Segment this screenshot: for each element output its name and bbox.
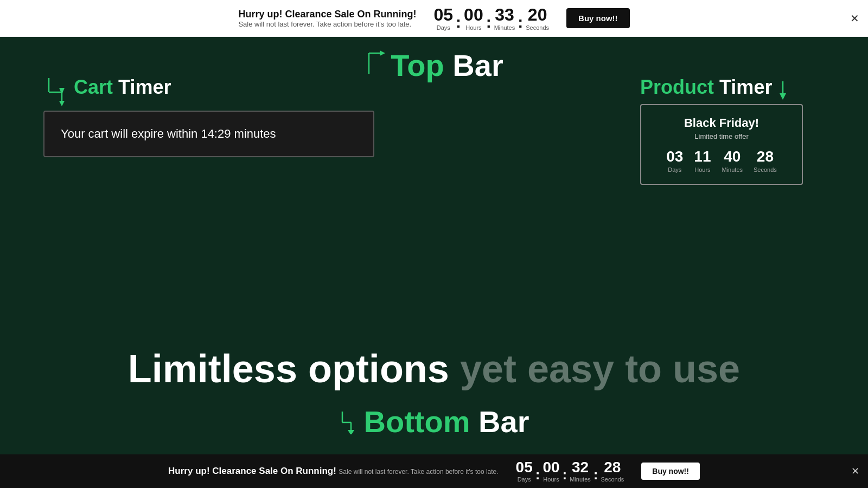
bottom-bar-seconds-label: Seconds (601, 476, 624, 483)
top-bar-seconds-label: Seconds (526, 24, 549, 31)
top-bar-subtitle: Sale will not last forever. Take action … (238, 20, 416, 28)
bottom-bar-hours-unit: 00 Hours (542, 460, 559, 483)
top-bar-minutes-number: 33 (495, 6, 514, 23)
top-bar-seconds-unit: 20 Seconds (526, 6, 549, 31)
product-timer-section: Product Timer Black Friday! Limited time… (640, 76, 803, 185)
product-timer-minutes-label: Minutes (722, 166, 743, 173)
product-timer-minutes: 40 (724, 149, 741, 164)
product-timer-minutes-unit: 40 Minutes (722, 149, 743, 173)
bottom-bar-heading-green: Bottom (364, 404, 470, 439)
product-timer-hours-unit: 11 Hours (694, 149, 711, 173)
top-bar-seconds-number: 20 (528, 6, 547, 23)
product-timer-seconds-label: Seconds (754, 166, 777, 173)
bottom-bar-heading-white: Bar (478, 404, 529, 439)
cart-timer-message: Your cart will expire within 14:29 minut… (61, 127, 357, 141)
top-bar-days-label: Days (437, 24, 450, 31)
bottom-bar-label-inner: Bottom Bar (339, 404, 529, 439)
bottom-bar-sep1: : (534, 467, 542, 483)
bottom-bar-section-label: Bottom Bar (0, 404, 868, 439)
cart-timer-heading-green: Cart (74, 76, 113, 98)
bottom-bar-timer: 05 Days : 00 Hours : 32 Minutes : 28 Sec… (516, 460, 624, 483)
product-timer-days-label: Days (668, 166, 681, 173)
cart-timer-label: Cart Timer (43, 76, 374, 106)
bottom-bar-subtitle: Sale will not last forever. Take action … (339, 468, 498, 476)
bottom-bar-minutes-label: Minutes (570, 476, 591, 483)
headline-white1: Limitless options (128, 347, 460, 390)
headline-faded: yet easy to use (460, 347, 740, 390)
bottom-bar-days-unit: 05 Days (516, 460, 533, 483)
top-bar-sep2: : (484, 13, 493, 31)
bottom-bar-days-label: Days (518, 476, 531, 483)
top-bar-sep1: : (454, 13, 463, 31)
bottom-bar-hours-number: 00 (542, 460, 559, 475)
top-bar-close-button[interactable]: ✕ (850, 12, 859, 25)
bottom-bar: Hurry up! Clearance Sale On Running! Sal… (0, 454, 868, 488)
top-bar-minutes-label: Minutes (494, 24, 515, 31)
bottom-bar-buy-button[interactable]: Buy now!! (641, 463, 700, 480)
main-content: Top Bar Cart Timer Your cart will expire… (0, 0, 868, 488)
product-timer-seconds-unit: 28 Seconds (754, 149, 777, 173)
product-timer-heading: Product Timer (640, 76, 772, 99)
cart-timer-section: Cart Timer Your cart will expire within … (43, 76, 374, 157)
top-bar-heading-white: Bar (452, 48, 503, 82)
bottom-bar-hours-label: Hours (543, 476, 559, 483)
headline-section: Limitless options yet easy to use (0, 348, 868, 390)
svg-marker-9 (780, 93, 786, 100)
cart-timer-heading: Cart Timer (74, 76, 171, 99)
bottom-bar-arrow-icon (339, 409, 359, 434)
bottom-bar-sep2: : (561, 467, 569, 483)
cart-timer-arrow-icon (43, 76, 68, 106)
svg-marker-13 (348, 430, 354, 434)
cart-timer-heading-white: Timer (118, 76, 171, 98)
top-bar-hours-label: Hours (465, 24, 481, 31)
svg-marker-2 (380, 50, 385, 56)
product-timer-numbers: 03 Days 11 Hours 40 Minutes 28 Seconds (654, 149, 789, 173)
top-bar-hours-unit: 00 Hours (464, 6, 483, 31)
top-bar-days-unit: 05 Days (434, 6, 454, 31)
top-bar-buy-button[interactable]: Buy now!! (566, 8, 630, 28)
top-bar-sep3: : (516, 13, 525, 31)
top-bar-heading-green: Top (391, 48, 444, 82)
top-bar-days-number: 05 (434, 6, 454, 23)
bottom-bar-seconds-unit: 28 Seconds (601, 460, 624, 483)
top-bar-minutes-unit: 33 Minutes (494, 6, 515, 31)
bottom-bar-minutes-unit: 32 Minutes (570, 460, 591, 483)
top-bar-title: Hurry up! Clearance Sale On Running! (238, 9, 416, 20)
product-timer-arrow-icon (777, 80, 788, 100)
svg-marker-7 (59, 101, 65, 106)
bottom-bar-days-number: 05 (516, 460, 533, 475)
top-bar-timer: 05 Days : 00 Hours : 33 Minutes : 20 Sec… (434, 6, 550, 31)
bottom-bar-title: Hurry up! Clearance Sale On Running! (168, 466, 336, 476)
product-timer-days: 03 (666, 149, 683, 164)
product-timer-seconds: 28 (757, 149, 774, 164)
bottom-bar-seconds-number: 28 (604, 460, 621, 475)
cart-timer-box: Your cart will expire within 14:29 minut… (43, 111, 374, 157)
top-bar-hours-number: 00 (464, 6, 483, 23)
bottom-bar-sep3: : (592, 467, 600, 483)
product-timer-heading-green: Product (640, 76, 714, 98)
top-bar-text: Hurry up! Clearance Sale On Running! Sal… (238, 9, 416, 28)
product-timer-label: Product Timer (640, 76, 803, 100)
bottom-bar-minutes-number: 32 (572, 460, 589, 475)
bottom-bar-text: Hurry up! Clearance Sale On Running! Sal… (168, 466, 499, 477)
bottom-bar-close-button[interactable]: ✕ (851, 465, 859, 477)
product-timer-subtitle: Limited time offer (654, 132, 789, 140)
top-bar-section-heading: Top Bar (391, 48, 503, 83)
product-timer-days-unit: 03 Days (666, 149, 683, 173)
top-bar-arrow-icon (365, 48, 386, 75)
product-timer-box: Black Friday! Limited time offer 03 Days… (640, 104, 803, 185)
top-bar: Hurry up! Clearance Sale On Running! Sal… (0, 0, 868, 37)
headline: Limitless options yet easy to use (0, 348, 868, 390)
product-timer-title: Black Friday! (654, 116, 789, 130)
product-timer-heading-white: Timer (719, 76, 772, 98)
bottom-bar-heading: Bottom Bar (364, 404, 529, 439)
product-timer-hours: 11 (694, 149, 711, 164)
product-timer-hours-label: Hours (694, 166, 710, 173)
